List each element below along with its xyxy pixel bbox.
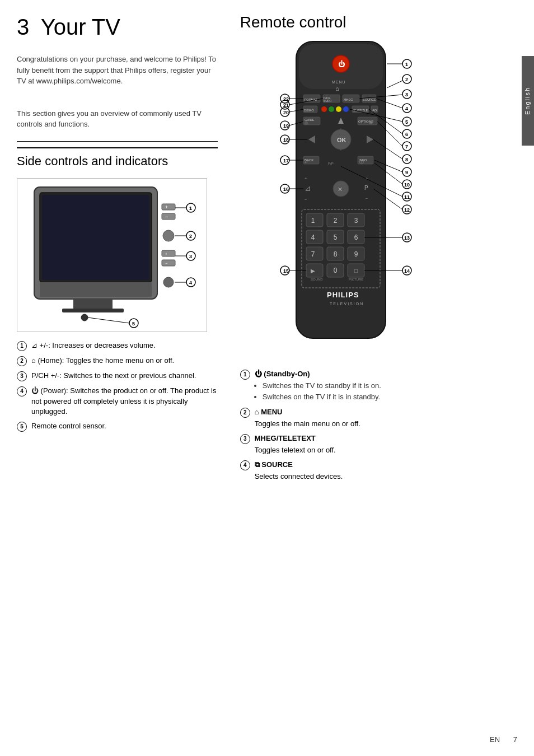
svg-point-52 [343, 106, 349, 112]
svg-text:15: 15 [283, 268, 289, 274]
svg-text:MHEG: MHEG [344, 98, 353, 101]
svg-text:17: 17 [283, 158, 289, 164]
svg-text:PHILIPS: PHILIPS [327, 291, 359, 299]
svg-text:ⓘ: ⓘ [359, 160, 364, 165]
svg-text:DEMO: DEMO [304, 109, 314, 112]
svg-text:⊟: ⊟ [369, 120, 372, 124]
svg-rect-8 [162, 213, 175, 220]
svg-text:⏻: ⏻ [338, 60, 345, 68]
remote-desc-4: 4 ⧉ SOURCE Selects connected devices. [240, 460, 510, 482]
svg-text:2: 2 [405, 77, 408, 82]
remote-callout-4: 4 [240, 460, 250, 470]
svg-point-49 [321, 106, 327, 112]
svg-text:+: + [165, 204, 168, 210]
callout-5: 5 [17, 422, 27, 432]
intro-paragraph-1: Congratulations on your purchase, and we… [17, 54, 218, 87]
svg-text:14: 14 [404, 268, 410, 274]
svg-text:9: 9 [354, 250, 358, 258]
svg-rect-3 [40, 282, 152, 297]
svg-line-29 [88, 318, 129, 323]
right-column: Remote control ⏻ MENU ⌂ FORMAT INCR. SUR [229, 11, 510, 486]
footer-en: EN [490, 735, 500, 744]
svg-text:1: 1 [189, 206, 192, 211]
svg-text:□: □ [354, 268, 358, 274]
remote-svg: ⏻ MENU ⌂ FORMAT INCR. SURR MHEG SOURCE D… [240, 39, 453, 363]
svg-text:1: 1 [311, 217, 315, 225]
svg-text:✕: ✕ [338, 186, 343, 193]
svg-point-51 [336, 106, 341, 112]
remote-desc-2: 2 ⌂ MENU Toggles the main menu on or off… [240, 407, 510, 429]
svg-text:16: 16 [283, 186, 289, 192]
page-footer: EN 7 [479, 735, 517, 745]
svg-text:⊿: ⊿ [305, 184, 311, 193]
svg-rect-5 [62, 309, 124, 312]
svg-text:5: 5 [405, 119, 408, 125]
remote-control-title: Remote control [240, 11, 510, 33]
svg-text:+: + [165, 252, 167, 256]
side-control-item-3: 3 P/CH +/-: Switches to the next or prev… [17, 371, 218, 381]
svg-text:−: − [165, 262, 167, 265]
svg-rect-13 [162, 260, 175, 266]
svg-text:MENU: MENU [332, 80, 346, 84]
svg-text:5: 5 [333, 234, 337, 241]
svg-text:1: 1 [405, 62, 408, 67]
svg-rect-11 [162, 250, 175, 256]
remote-callout-3: 3 [240, 434, 250, 444]
svg-rect-2 [42, 195, 149, 280]
svg-text:9: 9 [405, 170, 408, 175]
svg-text:12: 12 [404, 207, 410, 213]
svg-text:P/P: P/P [328, 162, 334, 165]
remote-callout-1: 1 [240, 370, 250, 380]
svg-text:OK: OK [337, 137, 346, 143]
svg-text:6: 6 [405, 132, 408, 137]
svg-text:4: 4 [311, 234, 315, 241]
remote-control-diagram: ⏻ MENU ⌂ FORMAT INCR. SURR MHEG SOURCE D… [240, 39, 453, 363]
svg-text:−: − [305, 197, 307, 202]
svg-point-15 [163, 277, 174, 287]
svg-text:SURR: SURR [324, 99, 332, 102]
svg-text:+: + [305, 176, 307, 181]
side-control-item-4: 4 ⏻ (Power): Switches the product on or … [17, 386, 218, 417]
svg-text:⌂: ⌂ [335, 85, 339, 92]
callout-4: 4 [17, 386, 27, 396]
svg-text:P: P [364, 185, 368, 191]
svg-text:8: 8 [333, 250, 337, 258]
svg-text:7: 7 [405, 144, 408, 150]
callout-2: 2 [17, 356, 27, 366]
svg-text:−: − [165, 214, 168, 220]
svg-text:2: 2 [189, 234, 192, 239]
svg-text:7: 7 [311, 250, 315, 258]
svg-text:3: 3 [405, 92, 408, 97]
svg-text:2: 2 [333, 217, 337, 225]
svg-text:↩: ↩ [305, 160, 308, 164]
svg-line-117 [387, 81, 402, 88]
svg-point-50 [329, 106, 334, 112]
callout-1: 1 [17, 341, 27, 351]
remote-callout-2: 2 [240, 408, 250, 418]
svg-text:PICTURE: PICTURE [349, 278, 363, 281]
side-controls-title: Side controls and indicators [17, 147, 218, 170]
svg-text:19: 19 [283, 123, 289, 129]
svg-text:4: 4 [405, 106, 408, 111]
svg-text:5: 5 [132, 321, 135, 326]
svg-text:3: 3 [189, 254, 192, 259]
tv-side-svg: + − + − 1 [17, 179, 208, 333]
svg-text:AD: AD [372, 109, 377, 112]
svg-text:SOURCE: SOURCE [363, 98, 376, 101]
svg-text:SOUND: SOUND [311, 278, 323, 281]
remote-desc-1: 1 ⏻ (Standby-On) Switches the TV to stan… [240, 369, 510, 402]
remote-desc-3: 3 MHEG/TELETEXT Toggles teletext on or o… [240, 433, 510, 455]
svg-text:−: − [366, 196, 368, 201]
intro-paragraph-2: This section gives you an overview of co… [17, 108, 218, 130]
left-column: 3 Your TV Congratulations on your purcha… [17, 11, 229, 486]
svg-text:3: 3 [354, 217, 358, 225]
svg-text:18: 18 [283, 137, 289, 143]
side-control-item-5: 5 Remote control sensor. [17, 421, 218, 432]
svg-text:0: 0 [333, 267, 337, 274]
svg-text:11: 11 [404, 194, 410, 200]
svg-text:20: 20 [283, 110, 289, 115]
side-control-item-1: 1 ⊿ +/-: Increases or decreases volume. [17, 340, 218, 351]
svg-text:TELEVISION: TELEVISION [330, 302, 364, 306]
footer-page: 7 [513, 735, 517, 744]
side-control-item-2: 2 ⌂ (Home): Toggles the home menu on or … [17, 356, 218, 366]
